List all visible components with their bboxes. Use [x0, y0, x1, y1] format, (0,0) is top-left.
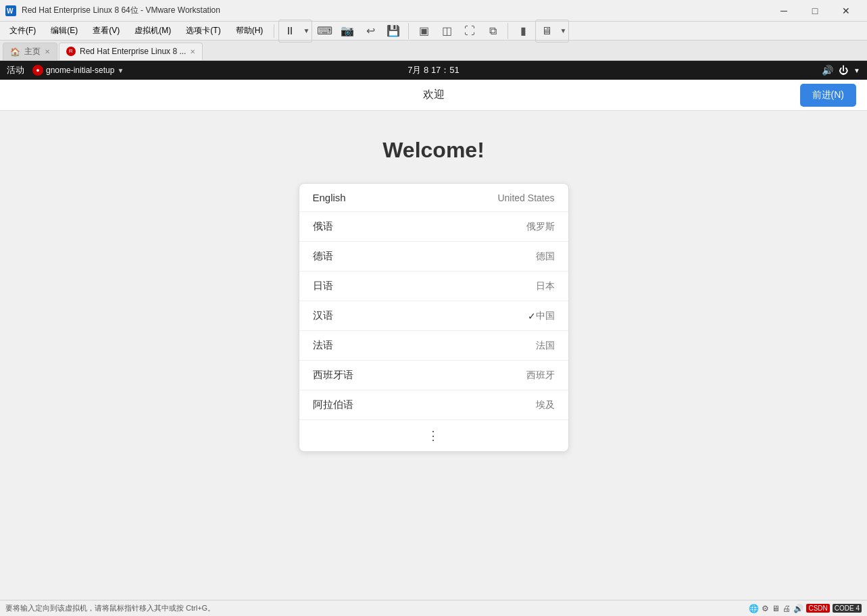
- view-fullscreen[interactable]: ⛶: [459, 20, 480, 42]
- lang-item-german[interactable]: 德语 德国: [299, 242, 568, 272]
- statusbar-hint: 要将输入定向到该虚拟机，请将鼠标指针移入其中或按 Ctrl+G。: [5, 603, 215, 613]
- tab-rhel-close[interactable]: ✕: [190, 48, 195, 55]
- tab-home-label: 主页: [24, 46, 41, 57]
- tab-rhel[interactable]: R Red Hat Enterprise Linux 8 ... ✕: [59, 43, 203, 60]
- statusbar: 要将输入定向到该虚拟机，请将鼠标指针移入其中或按 Ctrl+G。 🌐 ⚙ 🖥 🖨…: [0, 600, 867, 616]
- maximize-button[interactable]: □: [799, 0, 831, 22]
- page-title: 欢迎: [293, 88, 574, 102]
- window-title: Red Hat Enterprise Linux 8 64位 - VMware …: [22, 5, 763, 16]
- menu-edit[interactable]: 编辑(E): [44, 24, 84, 38]
- csdn-badge: CSDN: [806, 604, 829, 613]
- activities-button[interactable]: 活动: [7, 64, 24, 76]
- language-list: English United States 俄语 俄罗斯 德语 德国 日语 日本…: [299, 183, 569, 452]
- view-unity[interactable]: ⧉: [482, 20, 503, 42]
- gnome-topbar: 活动 ● gnome-initial-setup ▼ 7月 8 17：51 🔊 …: [0, 61, 867, 80]
- lang-region-japanese: 日本: [536, 280, 555, 292]
- power-controls: ⏸ ▼: [278, 20, 312, 43]
- statusbar-icons: 🌐 ⚙ 🖥 🖨 🔊 CSDN CODE 4: [749, 604, 862, 613]
- home-icon: 🏠: [10, 47, 20, 57]
- tab-home[interactable]: 🏠 主页 ✕: [3, 43, 57, 60]
- vmware-logo: W: [5, 5, 16, 16]
- lang-item-french[interactable]: 法语 法国: [299, 331, 568, 361]
- menu-file[interactable]: 文件(F): [3, 24, 43, 38]
- menu-tabs[interactable]: 选项卡(T): [179, 24, 227, 38]
- lang-name-russian: 俄语: [313, 220, 526, 233]
- minimize-button[interactable]: ─: [768, 0, 799, 22]
- pause-button[interactable]: ⏸: [279, 20, 301, 42]
- welcome-title: Welcome!: [382, 138, 485, 163]
- settings-icon[interactable]: ⚙: [762, 604, 769, 613]
- view-normal[interactable]: ▣: [413, 20, 435, 42]
- lang-region-english: United States: [497, 192, 554, 203]
- tab-bar: 🏠 主页 ✕ R Red Hat Enterprise Linux 8 ... …: [0, 41, 867, 61]
- gnome-app-indicator[interactable]: ● gnome-initial-setup ▼: [32, 65, 124, 76]
- lang-name-english: English: [313, 192, 498, 203]
- display-button[interactable]: 🖥: [536, 20, 558, 42]
- lang-region-russian: 俄罗斯: [526, 221, 555, 233]
- lang-name-french: 法语: [313, 339, 536, 352]
- revert-button[interactable]: ↩: [360, 20, 381, 42]
- lang-region-arabic: 埃及: [536, 399, 555, 411]
- lang-check-chinese: ✓: [528, 311, 536, 322]
- display-controls: 🖥 ▼: [535, 20, 569, 43]
- svg-text:W: W: [7, 7, 14, 15]
- more-icon: ⋮: [427, 428, 441, 443]
- system-time: 7月 8 17：51: [407, 64, 460, 76]
- close-button[interactable]: ✕: [831, 0, 862, 22]
- print-icon[interactable]: 🖨: [783, 604, 791, 613]
- system-tray: 🔊 ⏻ ▼: [822, 65, 860, 76]
- lang-item-spanish[interactable]: 西班牙语 西班牙: [299, 361, 568, 390]
- network-icon[interactable]: 🌐: [749, 604, 759, 613]
- more-languages-button[interactable]: ⋮: [299, 420, 568, 451]
- gnome-header: 欢迎 前进(N): [0, 80, 867, 111]
- app-logo: ●: [32, 65, 43, 76]
- lang-item-russian[interactable]: 俄语 俄罗斯: [299, 212, 568, 242]
- code-badge: CODE 4: [833, 604, 862, 613]
- lang-item-arabic[interactable]: 阿拉伯语 埃及: [299, 390, 568, 420]
- gnome-content: Welcome! English United States 俄语 俄罗斯 德语…: [0, 111, 867, 600]
- toolbar-sep-2: [507, 23, 508, 39]
- titlebar: W Red Hat Enterprise Linux 8 64位 - VMwar…: [0, 0, 867, 22]
- lang-item-chinese[interactable]: 汉语 ✓ 中国: [299, 301, 568, 331]
- app-name: gnome-initial-setup: [46, 66, 114, 75]
- send-input-button[interactable]: ⌨: [314, 20, 335, 42]
- lang-item-english[interactable]: English United States: [299, 184, 568, 212]
- systray-dropdown-icon[interactable]: ▼: [853, 67, 860, 74]
- lang-name-german: 德语: [313, 250, 536, 263]
- lang-name-spanish: 西班牙语: [313, 369, 526, 382]
- toolbar-separator: [274, 24, 274, 38]
- lang-name-chinese: 汉语: [313, 309, 525, 322]
- rhel-tab-icon: R: [66, 47, 76, 56]
- tab-home-close[interactable]: ✕: [45, 48, 50, 55]
- suspend-button[interactable]: 💾: [382, 20, 404, 42]
- display-icon[interactable]: 🖥: [772, 604, 780, 613]
- lang-item-japanese[interactable]: 日语 日本: [299, 272, 568, 301]
- pause-dropdown[interactable]: ▼: [301, 20, 312, 42]
- volume-status-icon[interactable]: 🔊: [793, 604, 803, 613]
- lang-name-japanese: 日语: [313, 280, 536, 292]
- toolbar-sep-1: [408, 23, 409, 39]
- lang-region-german: 德国: [536, 251, 555, 263]
- menubar: 文件(F) 编辑(E) 查看(V) 虚拟机(M) 选项卡(T) 帮助(H) ⏸ …: [0, 22, 867, 41]
- snapshot-button[interactable]: 📷: [337, 20, 358, 42]
- lang-region-french: 法国: [536, 340, 555, 352]
- tab-rhel-label: Red Hat Enterprise Linux 8 ...: [80, 47, 186, 56]
- lang-region-chinese: 中国: [536, 310, 555, 322]
- vm-screen[interactable]: 活动 ● gnome-initial-setup ▼ 7月 8 17：51 🔊 …: [0, 61, 867, 600]
- lang-region-spanish: 西班牙: [526, 369, 555, 382]
- menu-view[interactable]: 查看(V): [86, 24, 126, 38]
- view-compact[interactable]: ◫: [436, 20, 457, 42]
- console-button[interactable]: ▮: [512, 20, 534, 42]
- display-dropdown[interactable]: ▼: [558, 20, 568, 42]
- window-controls: ─ □ ✕: [768, 0, 862, 22]
- menu-vm[interactable]: 虚拟机(M): [128, 24, 178, 38]
- app-dropdown-icon: ▼: [117, 67, 124, 74]
- menu-help[interactable]: 帮助(H): [229, 24, 270, 38]
- next-button[interactable]: 前进(N): [800, 84, 856, 107]
- lang-name-arabic: 阿拉伯语: [313, 399, 536, 411]
- volume-icon[interactable]: 🔊: [822, 65, 833, 76]
- power-icon[interactable]: ⏻: [839, 65, 848, 76]
